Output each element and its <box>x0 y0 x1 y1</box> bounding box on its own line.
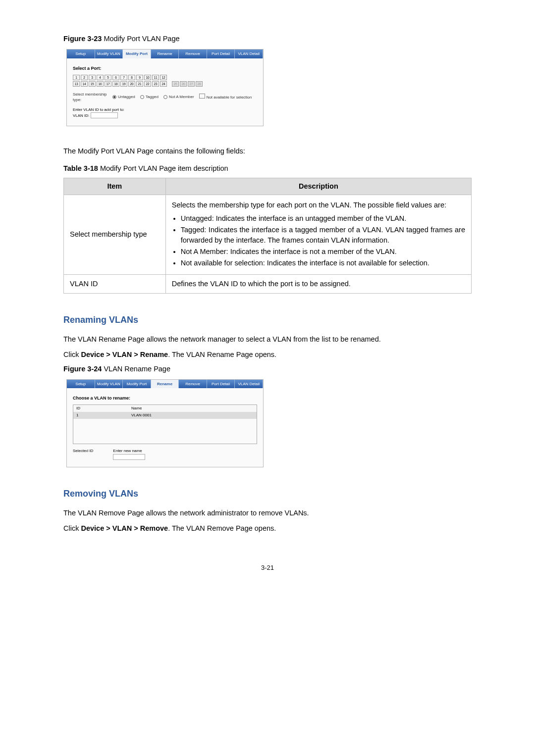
selected-id-label: Selected ID <box>73 448 93 460</box>
port-14[interactable]: 14 <box>81 81 88 87</box>
port-22[interactable]: 22 <box>144 81 151 87</box>
table-318-title: Modify Port VLAN Page item description <box>100 164 228 172</box>
membership-row: Select membership type: Untagged Tagged … <box>73 92 257 103</box>
port-6[interactable]: 6 <box>112 75 119 80</box>
tab-port-detail[interactable]: Port Detail <box>207 380 235 389</box>
figure-24-label: Figure 3-24 <box>63 365 102 373</box>
cell-item-2: VLAN ID <box>64 274 166 293</box>
cell-desc-2: Defines the VLAN ID to which the port is… <box>165 274 471 293</box>
row1-bullet-2: Tagged: Indicates the interface is a tag… <box>181 225 465 246</box>
tab-remove[interactable]: Remove <box>179 50 207 58</box>
th-item: Item <box>64 178 166 195</box>
port-24[interactable]: 24 <box>160 81 167 87</box>
breadcrumb: Device > VLAN > Remove <box>81 524 168 532</box>
tab-remove[interactable]: Remove <box>179 380 207 389</box>
select-port-label: Select a Port: <box>73 65 257 72</box>
radio-not-member[interactable]: Not A Member <box>163 94 194 100</box>
tab-setup[interactable]: Setup <box>67 380 95 389</box>
port-23[interactable]: 23 <box>152 81 159 87</box>
port-20[interactable]: 20 <box>128 81 135 87</box>
heading-removing-vlans: Removing VLANs <box>63 487 472 500</box>
port-26[interactable]: 26 <box>180 81 187 87</box>
tab-bar: Setup Modify VLAN Modify Port Rename Rem… <box>67 50 263 58</box>
port-grid: 1 2 3 4 5 6 7 8 9 10 11 12 13 14 15 16 1… <box>73 75 257 87</box>
port-5[interactable]: 5 <box>105 75 111 80</box>
port-9[interactable]: 9 <box>136 75 143 80</box>
figure-23-caption: Figure 3-23 Modify Port VLAN Page <box>63 34 472 44</box>
removing-click-path: Click Device > VLAN > Remove. The VLAN R… <box>63 523 472 534</box>
tab-rename[interactable]: Rename <box>151 50 179 58</box>
breadcrumb: Device > VLAN > Rename <box>81 351 168 358</box>
port-25[interactable]: 25 <box>172 81 179 87</box>
choose-vlan-label: Choose a VLAN to rename: <box>73 395 257 402</box>
table-318-label: Table 3-18 <box>63 164 98 172</box>
tab-port-detail[interactable]: Port Detail <box>207 50 235 58</box>
intro-text-1: The Modify Port VLAN Page contains the f… <box>63 146 472 156</box>
cell-desc-1: Selects the membership type for each por… <box>165 195 471 274</box>
col-id: ID <box>73 405 128 412</box>
tab-setup[interactable]: Setup <box>67 50 95 58</box>
port-21[interactable]: 21 <box>136 81 143 87</box>
page-number: 3-21 <box>63 563 472 573</box>
vlan-id-row: Enter VLAN ID to add port to: VLAN ID: <box>73 107 257 119</box>
tab-vlan-detail[interactable]: VLAN Detail <box>235 50 263 58</box>
panel: Choose a VLAN to rename: ID Name 1 VLAN … <box>67 388 263 467</box>
port-11[interactable]: 11 <box>152 75 159 80</box>
table-318: Item Description Select membership type … <box>63 178 472 294</box>
figure-24-title: VLAN Rename Page <box>104 365 170 373</box>
heading-renaming-vlans: Renaming VLANs <box>63 313 472 326</box>
list-item[interactable]: 1 VLAN 0001 <box>73 412 257 419</box>
vlan-rename-screenshot: Setup Modify VLAN Modify Port Rename Rem… <box>66 379 264 467</box>
port-1[interactable]: 1 <box>73 75 80 80</box>
port-8[interactable]: 8 <box>128 75 135 80</box>
port-17[interactable]: 17 <box>105 81 111 87</box>
row1-bullet-3: Not A Member: Indicates the interface is… <box>181 247 465 257</box>
port-10[interactable]: 10 <box>144 75 151 80</box>
tab-rename[interactable]: Rename <box>151 380 179 389</box>
panel: Select a Port: 1 2 3 4 5 6 7 8 9 10 11 1… <box>67 58 263 126</box>
removing-para-1: The VLAN Remove Page allows the network … <box>63 508 472 518</box>
vlan-id-label: VLAN ID: <box>73 113 89 118</box>
radio-untagged[interactable]: Untagged <box>112 94 135 100</box>
figure-24-caption: Figure 3-24 VLAN Rename Page <box>63 364 472 374</box>
cell-id: 1 <box>73 412 128 419</box>
port-3[interactable]: 3 <box>89 75 96 80</box>
port-7[interactable]: 7 <box>120 75 127 80</box>
port-28[interactable]: 28 <box>196 81 203 87</box>
row1-bullet-4: Not available for selection: Indicates t… <box>181 258 465 268</box>
port-18[interactable]: 18 <box>112 81 119 87</box>
port-19[interactable]: 19 <box>120 81 127 87</box>
cell-item-1: Select membership type <box>64 195 166 274</box>
membership-label: Select membership type: <box>73 92 107 103</box>
legend-not-available: Not available for selection <box>199 94 252 101</box>
port-27[interactable]: 27 <box>188 81 195 87</box>
port-4[interactable]: 4 <box>97 75 104 80</box>
table-row: VLAN ID Defines the VLAN ID to which the… <box>64 274 472 293</box>
figure-23-title: Modify Port VLAN Page <box>104 35 179 43</box>
tab-modify-port[interactable]: Modify Port <box>123 50 151 58</box>
port-16[interactable]: 16 <box>97 81 104 87</box>
renaming-click-path: Click Device > VLAN > Rename. The VLAN R… <box>63 350 472 360</box>
table-318-caption: Table 3-18 Modify Port VLAN Page item de… <box>63 163 472 174</box>
tab-bar: Setup Modify VLAN Modify Port Rename Rem… <box>67 380 263 389</box>
enter-name-label: Enter new name <box>113 449 142 453</box>
row1-bullet-1: Untagged: Indicates the interface is an … <box>181 213 465 224</box>
tab-modify-vlan[interactable]: Modify VLAN <box>95 380 123 389</box>
renaming-para-1: The VLAN Rename Page allows the network … <box>63 334 472 345</box>
port-13[interactable]: 13 <box>73 81 80 87</box>
enter-name-input[interactable] <box>113 454 145 460</box>
tab-vlan-detail[interactable]: VLAN Detail <box>235 380 263 389</box>
table-row: Select membership type Selects the membe… <box>64 195 472 274</box>
radio-tagged[interactable]: Tagged <box>140 94 159 100</box>
port-15[interactable]: 15 <box>89 81 96 87</box>
enter-vlan-label: Enter VLAN ID to add port to: <box>73 107 257 113</box>
vlan-list[interactable]: ID Name 1 VLAN 0001 <box>73 404 257 444</box>
port-2[interactable]: 2 <box>81 75 88 80</box>
row1-intro: Selects the membership type for each por… <box>172 200 465 210</box>
figure-23-label: Figure 3-23 <box>63 35 102 43</box>
modify-port-vlan-screenshot: Setup Modify VLAN Modify Port Rename Rem… <box>66 49 264 126</box>
tab-modify-vlan[interactable]: Modify VLAN <box>95 50 123 58</box>
vlan-id-input[interactable] <box>91 112 118 118</box>
port-12[interactable]: 12 <box>160 75 167 80</box>
tab-modify-port[interactable]: Modify Port <box>123 380 151 389</box>
